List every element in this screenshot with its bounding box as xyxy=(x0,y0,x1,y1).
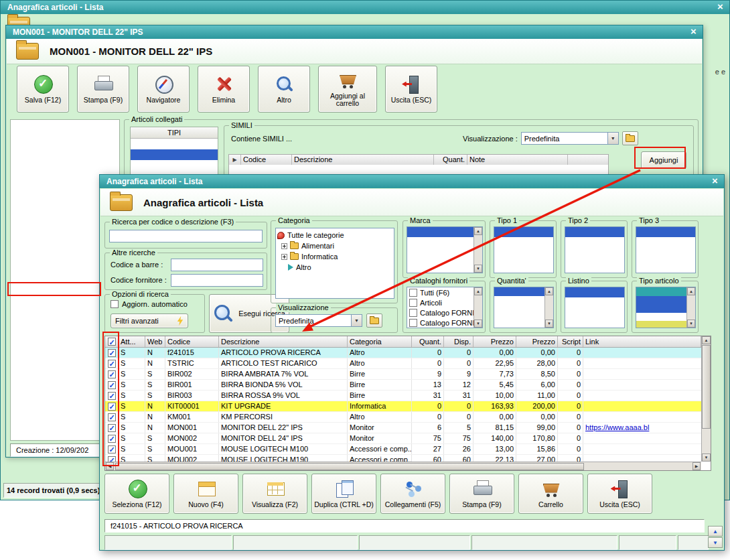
cell-link[interactable] xyxy=(583,433,701,443)
cell-link[interactable] xyxy=(583,348,701,358)
scroll-up-icon[interactable]: ▲ xyxy=(474,227,482,235)
tipo-item[interactable] xyxy=(636,227,695,237)
table-row[interactable]: S N MON001 MONITOR DELL 22" IPS Monitor … xyxy=(105,423,701,433)
advanced-filters-button[interactable]: Filtri avanzati xyxy=(111,313,188,328)
cell-link[interactable] xyxy=(583,358,701,368)
tipo-item[interactable] xyxy=(636,247,695,257)
search-input[interactable] xyxy=(109,230,263,242)
tipo-item[interactable] xyxy=(494,227,553,237)
toolbar-button[interactable]: Carrello xyxy=(518,474,583,514)
toolbar-button[interactable]: Elimina xyxy=(198,66,250,113)
scroll-down-icon[interactable]: ▼ xyxy=(687,320,695,328)
column-header[interactable]: Codice xyxy=(165,336,219,347)
quantity-item[interactable] xyxy=(494,287,544,296)
scrollbar-thumb[interactable] xyxy=(115,463,584,470)
tipo-item[interactable] xyxy=(565,237,624,247)
category-tree-item[interactable]: Alimentari xyxy=(277,240,392,251)
select-all-checkbox[interactable] xyxy=(108,338,116,346)
table-row[interactable]: S N TSTRIC ARTICOLO TEST RICARICO Altro … xyxy=(105,358,701,369)
scroll-up-icon[interactable]: ▲ xyxy=(474,287,482,295)
column-header[interactable]: Prezzo xyxy=(473,336,516,347)
row-checkbox[interactable] xyxy=(108,403,116,411)
scroll-down-icon[interactable]: ▼ xyxy=(545,320,553,328)
scroll-up-icon[interactable]: ▲ xyxy=(687,287,695,295)
scrollbar-thumb[interactable] xyxy=(702,345,711,429)
article-type-item[interactable] xyxy=(636,321,686,328)
article-type-item[interactable] xyxy=(636,304,686,313)
scroll-down-icon[interactable]: ▼ xyxy=(702,453,711,462)
toolbar-button[interactable]: Collegamenti (F5) xyxy=(380,474,445,514)
toolbar-button[interactable]: Aggiungi al carrello xyxy=(318,66,377,113)
visualization-dropdown[interactable]: Predefinita ▼ xyxy=(275,314,362,327)
open-view-folder-button[interactable] xyxy=(622,131,638,145)
row-checkbox[interactable] xyxy=(108,381,116,389)
column-header[interactable]: Note xyxy=(467,155,568,165)
catalog-checkbox[interactable] xyxy=(409,289,417,297)
scrollbar[interactable]: ▲ ▼ xyxy=(544,287,553,328)
toolbar-button[interactable]: Navigatore xyxy=(137,66,190,113)
article-type-item[interactable] xyxy=(636,296,686,305)
row-checkbox[interactable] xyxy=(108,392,116,400)
scrollbar[interactable]: ▲ ▼ xyxy=(686,287,695,328)
aggiungi-button[interactable]: Aggiungi xyxy=(641,151,686,169)
column-header[interactable]: Quant. xyxy=(434,155,467,165)
column-header[interactable]: Att... xyxy=(119,336,145,347)
scroll-left-icon[interactable]: ◀ xyxy=(106,462,114,470)
tipi-item[interactable] xyxy=(131,139,218,149)
article-type-item[interactable] xyxy=(636,313,686,322)
column-header[interactable]: Web xyxy=(145,336,165,347)
table-row[interactable]: S S BIR003 BIRRA ROSSA 9% VOL Birre 31 3… xyxy=(105,391,701,401)
toolbar-button[interactable]: Stampa (F9) xyxy=(449,474,514,514)
record-up-button[interactable]: ▲ xyxy=(708,526,723,537)
toolbar-button[interactable]: Nuovo (F4) xyxy=(173,474,238,514)
scrollbar[interactable]: ▲ ▼ xyxy=(473,227,482,273)
column-header[interactable]: Descrizione xyxy=(292,155,434,165)
scroll-down-icon[interactable]: ▼ xyxy=(474,320,482,328)
column-header[interactable]: Categoria xyxy=(348,336,412,347)
row-checkbox[interactable] xyxy=(108,413,116,421)
scroll-up-icon[interactable]: ▲ xyxy=(545,287,553,295)
table-row[interactable]: S N KIT00001 KIT UPGRADE Informatica 0 0… xyxy=(105,401,701,412)
row-checkbox[interactable] xyxy=(108,424,116,432)
toolbar-button[interactable]: Seleziona (F12) xyxy=(104,474,169,514)
scroll-right-icon[interactable]: ▶ xyxy=(692,462,701,470)
tipo-item[interactable] xyxy=(494,247,553,257)
record-down-button[interactable]: ▼ xyxy=(708,537,723,548)
toolbar-button[interactable]: Visualizza (F2) xyxy=(242,474,307,514)
row-checkbox[interactable] xyxy=(108,370,116,378)
brand-item[interactable] xyxy=(407,237,473,247)
row-checkbox[interactable] xyxy=(108,445,116,453)
pricelist-item[interactable] xyxy=(565,297,624,307)
pricelist-item[interactable] xyxy=(565,287,624,297)
row-checkbox[interactable] xyxy=(108,435,116,443)
row-checkbox[interactable] xyxy=(108,360,116,368)
category-tree-item[interactable]: Informatica xyxy=(277,251,392,262)
row-checkbox[interactable] xyxy=(108,349,116,357)
tipo-item[interactable] xyxy=(565,227,624,237)
catalog-item[interactable]: Articoli xyxy=(407,297,473,307)
table-row[interactable]: S N f241015 ARTICOLO PROVA RICERCA Altro… xyxy=(105,348,701,358)
vertical-scrollbar[interactable]: ▲ ▼ xyxy=(701,336,711,462)
barcode-input[interactable] xyxy=(171,259,263,271)
toolbar-button[interactable]: Uscita (ESC) xyxy=(385,66,437,113)
toolbar-button[interactable]: Uscita (ESC) xyxy=(587,474,652,514)
brand-item[interactable] xyxy=(407,257,473,267)
tipo-item[interactable] xyxy=(636,237,695,247)
toolbar-button[interactable]: Stampa (F9) xyxy=(77,66,129,113)
column-header[interactable]: Link xyxy=(583,336,701,347)
article-type-item[interactable] xyxy=(636,287,686,296)
quantity-item[interactable] xyxy=(494,313,544,322)
catalog-item[interactable]: Catalogo FORNI xyxy=(407,307,473,318)
supplier-code-input[interactable] xyxy=(171,274,263,287)
tipo-item[interactable] xyxy=(565,247,624,257)
catalog-checkbox[interactable] xyxy=(409,309,417,317)
brand-item[interactable] xyxy=(407,227,473,237)
cell-link[interactable] xyxy=(583,401,701,411)
cell-link[interactable] xyxy=(583,412,701,422)
table-row[interactable]: S S MOU001 MOUSE LOGITECH M100 Accessori… xyxy=(105,444,701,455)
table-row[interactable]: S S BIR002 BIRRA AMBRATA 7% VOL Birre 9 … xyxy=(105,369,701,380)
tipo-item[interactable] xyxy=(494,237,553,247)
column-header[interactable]: Codice xyxy=(241,155,292,165)
catalog-item[interactable]: Tutti (F6) xyxy=(407,287,473,297)
scrollbar[interactable]: ▲ ▼ xyxy=(473,287,482,328)
